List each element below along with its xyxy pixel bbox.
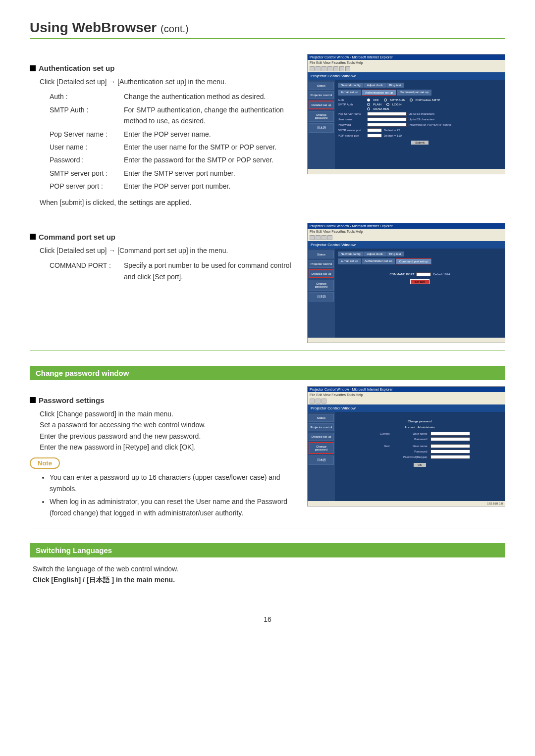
title-main: Using WebBrowser bbox=[30, 20, 157, 35]
sidebar-item-lang[interactable]: 日本語 bbox=[309, 455, 334, 465]
pw-user-input[interactable] bbox=[430, 432, 470, 436]
radio-icon[interactable] bbox=[384, 99, 387, 101]
def-value: Specify a port number to be used for com… bbox=[124, 260, 297, 282]
switch-lang-line2: Click [English] / [日本語 ] in the main men… bbox=[33, 574, 505, 585]
pw-pw-label: Password bbox=[393, 438, 428, 441]
radio-icon[interactable] bbox=[367, 103, 370, 106]
refresh-icon bbox=[327, 66, 332, 71]
tab-clock[interactable]: Adjust clock bbox=[364, 83, 386, 88]
radio-icon[interactable] bbox=[410, 99, 413, 101]
sidebar-item-change-pw[interactable]: Change password bbox=[309, 111, 334, 122]
tab-cmd[interactable]: Command port set up bbox=[396, 258, 431, 264]
cmd-port-input[interactable] bbox=[416, 272, 431, 276]
tab-network[interactable]: Network config bbox=[338, 252, 364, 256]
home-icon bbox=[333, 66, 338, 71]
note-item: You can enter a password up to 16 charac… bbox=[50, 472, 297, 494]
tab-auth[interactable]: Authentication set up bbox=[362, 90, 396, 96]
pop-port-input[interactable] bbox=[367, 134, 382, 138]
tab-network[interactable]: Network config bbox=[338, 83, 364, 88]
auth-heading-text: Authentication set up bbox=[39, 64, 114, 72]
sidebar-item-detailed[interactable]: Detailed set up bbox=[309, 101, 334, 109]
sidebar-item-projector[interactable]: Projector control bbox=[309, 423, 334, 431]
tab-ping[interactable]: Ping test bbox=[386, 83, 404, 88]
ss-statusbar: 192.168.0.8 bbox=[308, 501, 505, 506]
cmd-screenshot: Projector Control Window - Microsoft Int… bbox=[307, 223, 505, 343]
hint: Up to 63 characters bbox=[409, 112, 434, 115]
fwd-icon bbox=[316, 399, 321, 403]
sidebar-item-detailed[interactable]: Detailed set up bbox=[309, 269, 334, 278]
pw-user-label: User name bbox=[393, 432, 428, 435]
auth-footer: When [submit] is clicked, the settings a… bbox=[40, 197, 297, 208]
hint: Up to 63 characters bbox=[409, 118, 434, 121]
pw-line: Set a password for accessing the web con… bbox=[40, 419, 297, 430]
ss-titlebar: Projector Control Window - Microsoft Int… bbox=[308, 54, 505, 60]
sidebar-item-change-pw[interactable]: Change password bbox=[309, 280, 334, 291]
def-value: Enter the SMTP server port number. bbox=[124, 168, 297, 179]
cmd-port-label: COMMAND PORT bbox=[390, 273, 415, 276]
pw-heading-text: Password settings bbox=[39, 396, 105, 404]
page-number: 16 bbox=[30, 615, 505, 623]
submit-button[interactable]: Submit bbox=[411, 141, 428, 145]
radio-icon[interactable] bbox=[367, 99, 370, 101]
def-value: Enter the POP server port number. bbox=[124, 181, 297, 192]
sidebar-item-detailed[interactable]: Detailed set up bbox=[309, 433, 334, 441]
ss-menubar: File Edit View Favorites Tools Help bbox=[308, 392, 505, 398]
sidebar-item-lang[interactable]: 日本語 bbox=[309, 292, 334, 302]
pw-heading: Password settings bbox=[30, 396, 297, 404]
def-label: Pop Server name : bbox=[50, 129, 124, 140]
note-label: Note bbox=[30, 457, 60, 469]
def-value: Enter the POP server name. bbox=[124, 129, 297, 140]
tab-cmd[interactable]: Command port set up bbox=[397, 90, 431, 96]
sidebar-item-change-pw[interactable]: Change password bbox=[309, 442, 334, 454]
auth-screenshot: Projector Control Window - Microsoft Int… bbox=[307, 54, 505, 174]
sidebar-item-status[interactable]: Status bbox=[309, 251, 334, 258]
radio-icon[interactable] bbox=[386, 103, 389, 106]
note-list: You can enter a password up to 16 charac… bbox=[30, 472, 297, 518]
def-value: For SMTP authentication, change the auth… bbox=[124, 104, 297, 127]
smtp-port-input[interactable] bbox=[367, 128, 382, 132]
back-icon bbox=[310, 235, 315, 240]
pop-input[interactable] bbox=[367, 112, 407, 116]
radio-pop: POP before SMTP bbox=[416, 99, 440, 101]
pw-line: Click [Change password] in the main menu… bbox=[40, 408, 297, 419]
hint: Password for POP/SMTP server bbox=[409, 123, 451, 126]
tab-email[interactable]: E-mail set up bbox=[338, 90, 361, 96]
ok-button[interactable]: OK bbox=[414, 463, 426, 467]
pw-pw-input[interactable] bbox=[430, 437, 470, 441]
tab-auth[interactable]: Authentication set up bbox=[362, 258, 395, 264]
pw-newuser-input[interactable] bbox=[430, 444, 470, 448]
user-input[interactable] bbox=[367, 117, 407, 121]
sidebar-item-lang[interactable]: 日本語 bbox=[309, 123, 334, 133]
sidebar-item-status[interactable]: Status bbox=[309, 414, 334, 422]
auth-label: Auth bbox=[338, 99, 365, 101]
def-label: Password : bbox=[50, 154, 124, 165]
sidebar-item-projector[interactable]: Projector control bbox=[309, 260, 334, 268]
pw-screenshot: Projector Control Window - Microsoft Int… bbox=[307, 386, 505, 506]
def-label: COMMAND PORT : bbox=[50, 260, 124, 282]
set-port-button[interactable]: Set port bbox=[410, 279, 429, 284]
tab-ping[interactable]: Ping test bbox=[386, 252, 404, 256]
def-label: Auth : bbox=[50, 91, 124, 102]
pw-newpw-input[interactable] bbox=[430, 450, 470, 454]
pw-retype-input[interactable] bbox=[430, 455, 470, 459]
pw-form-title: Change password bbox=[343, 420, 497, 423]
pw-input[interactable] bbox=[367, 123, 407, 127]
divider bbox=[30, 351, 505, 351]
ss-sidebar: Status Projector control Detailed set up… bbox=[308, 249, 335, 338]
sidebar-item-status[interactable]: Status bbox=[309, 82, 334, 90]
sidebar-item-projector[interactable]: Projector control bbox=[309, 91, 334, 99]
stop-icon bbox=[321, 235, 326, 240]
refresh-icon bbox=[327, 235, 332, 240]
ss-sidebar: Status Projector control Detailed set up… bbox=[308, 80, 335, 169]
hint: Default 1024 bbox=[433, 273, 450, 276]
tab-clock[interactable]: Adjust clock bbox=[364, 252, 386, 256]
pw-user-label: User name bbox=[393, 445, 428, 448]
ss-statusbar bbox=[308, 169, 505, 174]
tab-email[interactable]: E-mail set up bbox=[338, 258, 361, 264]
radio-icon[interactable] bbox=[367, 107, 370, 110]
def-value: Change the authentication method as desi… bbox=[124, 91, 297, 102]
ss-toolbar bbox=[308, 234, 505, 241]
radio-plain: PLAIN bbox=[373, 103, 381, 106]
cmd-heading: Command port set up bbox=[30, 233, 297, 241]
ss-toolbar bbox=[308, 65, 505, 72]
